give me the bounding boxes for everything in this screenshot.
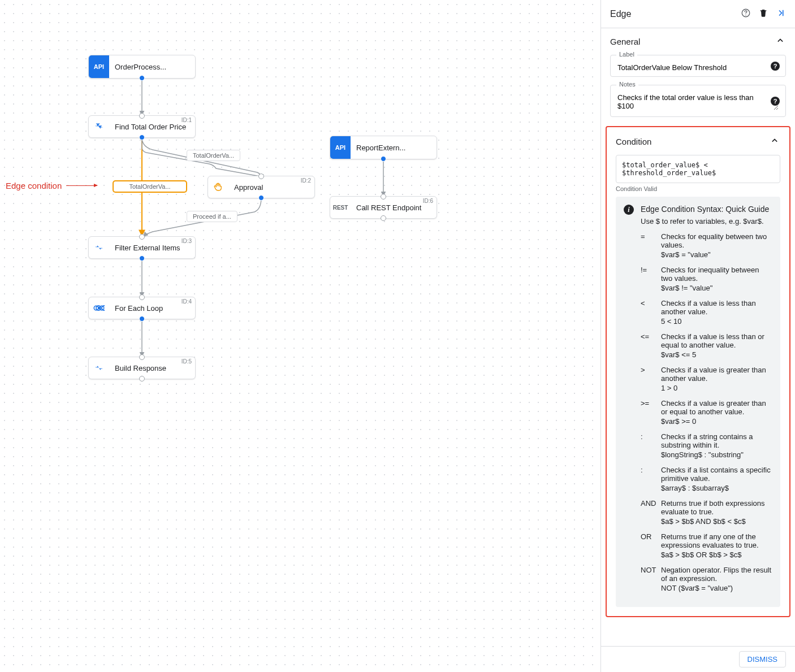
node-label: Approval [228,183,314,192]
guide-operator: > [641,366,661,392]
notes-field-wrapper: Notes ? [610,85,786,117]
guide-row: =Checks for equality between two values.… [641,232,772,259]
dismiss-bar: DISMISS [601,646,795,672]
port-in[interactable] [139,113,145,119]
port-out[interactable] [381,156,386,162]
guide-heading: Edge Condition Syntax: Quick Guide [641,205,772,214]
guide-description: Checks for inequality between two values… [661,266,772,292]
guide-operator: != [641,266,661,292]
notes-textarea[interactable] [617,93,779,110]
guide-row: ORReturns true if any one of the express… [641,532,772,559]
guide-description: Checks if a value is greater than or equ… [661,399,772,426]
port-out[interactable] [139,75,145,81]
node-label: For Each Loop [109,304,195,313]
help-icon[interactable] [741,8,751,20]
port-out[interactable] [381,215,386,221]
annotation-text: Edge condition [6,181,62,190]
condition-expression-input[interactable]: $total_order_value$ < $threshold_order_v… [616,155,780,183]
dismiss-button[interactable]: DISMISS [739,651,786,667]
port-out[interactable] [258,195,264,201]
section-condition-header[interactable]: Condition [616,135,780,148]
delete-icon[interactable] [759,8,768,20]
node-build-response[interactable]: Build Response ID:5 [88,357,196,379]
hand-icon [208,176,228,198]
guide-operator: OR [641,532,661,559]
guide-operator: >= [641,399,661,426]
guide-description: Returns true if both expressions evaluat… [661,499,772,526]
sidebar-header: Edge [601,0,795,28]
guide-row: >Checks if a value is greater than anoth… [641,366,772,392]
section-general-header[interactable]: General [610,35,786,48]
help-icon[interactable]: ? [771,97,780,106]
guide-row: :Checks if a list contains a specific pr… [641,466,772,492]
guide-table: =Checks for equality between two values.… [641,232,772,592]
condition-section-highlighted: Condition $total_order_value$ < $thresho… [606,126,790,617]
task-icon [89,236,109,259]
node-label: Filter External Items [109,244,195,252]
guide-operator: : [641,432,661,459]
guide-row: ANDReturns true if both expressions eval… [641,499,772,526]
port-out[interactable] [139,255,145,261]
section-condition-title: Condition [616,137,651,146]
label-legend: Label [616,51,637,58]
section-general: General Label ? Notes ? [601,28,795,126]
node-id: ID:1 [182,117,192,123]
node-label: Call REST Endpoint [351,203,437,212]
guide-description: Negation operator. Flips the result of a… [661,566,772,592]
node-id: ID:5 [182,358,192,365]
port-out[interactable] [139,316,145,322]
api-icon: API [330,136,351,159]
port-in[interactable] [139,294,145,300]
label-input[interactable] [617,63,779,72]
guide-description: Checks if a string contains a substring … [661,432,772,459]
node-label: Build Response [109,364,195,372]
node-filter-external-items[interactable]: Filter External Items ID:3 [88,236,196,259]
chevron-up-icon [769,135,780,148]
guide-operator: : [641,466,661,492]
port-out[interactable] [139,135,145,140]
sidebar-title: Edge [610,9,631,19]
condition-status: Condition Valid [616,185,780,192]
info-icon: i [624,205,634,215]
edges-layer [0,0,600,672]
help-icon[interactable]: ? [771,62,780,71]
guide-description: Checks if a value is less than another v… [661,299,772,326]
task-icon [89,115,109,138]
workflow-canvas[interactable]: Edge condition API OrderProcess... Find … [0,0,600,672]
guide-intro: Use $ to refer to variables, e.g. $var$. [641,217,772,226]
guide-description: Checks if a value is greater than anothe… [661,366,772,392]
collapse-sidebar-icon[interactable] [776,8,786,20]
node-call-rest-endpoint[interactable]: REST Call REST Endpoint ID:6 [330,196,437,219]
node-id: ID:4 [182,298,192,305]
guide-operator: AND [641,499,661,526]
node-approval[interactable]: Approval ID:2 [208,176,315,198]
port-in[interactable] [381,194,386,200]
edge-label-totalorderva-selected[interactable]: TotalOrderVa... [113,181,187,192]
edge-label-proceed-if-a[interactable]: Proceed if a... [187,211,237,222]
port-in[interactable] [139,234,145,240]
node-trigger-reportextern[interactable]: API ReportExtern... [330,136,437,159]
label-field-wrapper: Label ? [610,55,786,77]
node-for-each-loop[interactable]: For Each Loop ID:4 [88,297,196,319]
notes-legend: Notes [616,81,638,88]
node-label: Find Total Order Price [109,123,195,131]
guide-row: <Checks if a value is less than another … [641,299,772,326]
node-label: OrderProcess... [109,63,195,71]
port-out[interactable] [139,376,145,381]
node-find-total-order-price[interactable]: Find Total Order Price ID:1 [88,115,196,138]
node-id: ID:6 [423,198,433,204]
chevron-up-icon [775,35,786,48]
section-general-title: General [610,37,640,46]
edge-sidebar: Edge General Label ? [600,0,795,672]
annotation-edge-condition: Edge condition [6,181,97,190]
guide-description: Checks if a list contains a specific pri… [661,466,772,492]
node-label: ReportExtern... [351,144,437,152]
port-in[interactable] [139,354,145,360]
port-in[interactable] [258,174,264,179]
edge-label-totalorderva-1[interactable]: TotalOrderVa... [187,150,240,161]
guide-description: Checks if a value is less than or equal … [661,332,772,359]
guide-row: NOTNegation operator. Flips the result o… [641,566,772,592]
guide-description: Checks for equality between two values.$… [661,232,772,259]
node-id: ID:3 [182,238,192,244]
node-trigger-orderprocess[interactable]: API OrderProcess... [88,55,196,79]
